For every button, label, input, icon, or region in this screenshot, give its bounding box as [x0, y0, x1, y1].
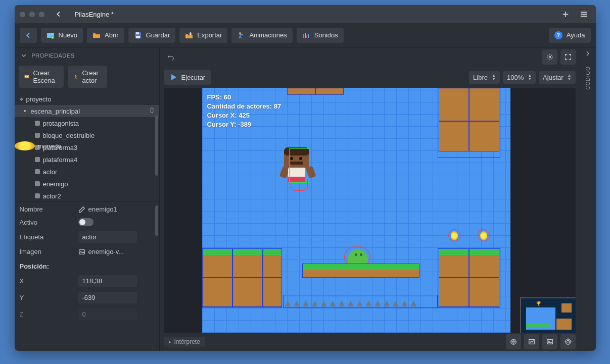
- main-toolbar: Nuevo Abrir Guardar Exportar Animaciones…: [15, 23, 596, 47]
- tag-input[interactable]: [78, 231, 137, 243]
- tree-item[interactable]: plataforma4: [15, 153, 159, 166]
- help-button[interactable]: ? Ayuda: [549, 28, 591, 43]
- tree-item[interactable]: actor: [15, 166, 159, 178]
- delete-icon[interactable]: [149, 107, 155, 115]
- run-button[interactable]: Ejecutar: [164, 70, 211, 85]
- svg-point-21: [567, 340, 569, 343]
- tree-scene[interactable]: ▾ escena_principal: [15, 105, 159, 117]
- tree-item[interactable]: moneda: [15, 141, 35, 150]
- tree-item[interactable]: plataforma3: [15, 141, 159, 153]
- svg-rect-4: [136, 36, 140, 38]
- scrollbar[interactable]: [155, 205, 158, 347]
- canvas-column: Ejecutar Libre ▲▼ 100% ▲▼ Ajustar ▲▼: [160, 47, 580, 351]
- globe-icon[interactable]: [506, 334, 521, 349]
- undo-button[interactable]: [164, 54, 178, 61]
- svg-rect-3: [136, 32, 139, 34]
- interpreter-button[interactable]: ▸ Intérprete: [164, 337, 205, 347]
- scene-tree: ◆ proyecto ▾ escena_principal protagonis…: [15, 90, 159, 201]
- svg-point-13: [75, 75, 76, 76]
- animations-button[interactable]: Animaciones: [231, 28, 292, 43]
- svg-rect-9: [308, 34, 309, 38]
- z-input[interactable]: [78, 308, 137, 320]
- svg-rect-18: [547, 340, 552, 344]
- tree-item[interactable]: actor2: [15, 190, 159, 201]
- sidebar-heading[interactable]: PROPIEDADES: [15, 47, 159, 64]
- new-button[interactable]: Nuevo: [41, 28, 83, 43]
- debug-overlay: FPS: 60 Cantidad de actores: 87 Cursor X…: [207, 93, 281, 129]
- game-viewport[interactable]: ▲▲▲▲▲▲▲▲▲▲▲▲▲▲▲ FPS: 60 Cantidad de acto…: [164, 88, 576, 333]
- svg-point-15: [549, 56, 551, 58]
- fit-select[interactable]: Ajustar ▲▼: [539, 71, 575, 84]
- scrollbar[interactable]: [155, 90, 158, 201]
- tree-item[interactable]: bloque_destruible: [15, 129, 159, 141]
- properties-panel: Nombre enemigo1 Activo Etiqueta Imagen: [15, 201, 159, 351]
- open-button[interactable]: Abrir: [87, 28, 124, 43]
- open-label: Abrir: [105, 31, 118, 39]
- tree-item[interactable]: protagonista: [15, 117, 159, 129]
- export-label: Exportar: [197, 31, 222, 39]
- titlebar-plus-button[interactable]: [558, 8, 573, 20]
- svg-point-11: [25, 76, 26, 77]
- back-button[interactable]: [20, 28, 37, 43]
- y-input[interactable]: [78, 292, 137, 303]
- bottom-bar: ▸ Intérprete: [160, 333, 580, 351]
- name-field[interactable]: enemigo1: [78, 205, 117, 213]
- code-tab[interactable]: CÓDIGO: [585, 66, 591, 90]
- help-label: Ayuda: [567, 31, 585, 39]
- new-label: Nuevo: [59, 31, 78, 39]
- traffic-max[interactable]: [39, 12, 44, 17]
- image-field[interactable]: enemigo-v...: [78, 248, 124, 255]
- help-icon: ?: [554, 31, 562, 39]
- export-button[interactable]: Exportar: [179, 28, 227, 43]
- traffic-close[interactable]: [20, 12, 25, 17]
- expand-code-button[interactable]: [585, 50, 591, 58]
- right-rail: CÓDIGO: [580, 47, 596, 351]
- save-label: Guardar: [146, 31, 170, 39]
- tree-root[interactable]: ◆ proyecto: [15, 93, 159, 105]
- animations-label: Animaciones: [249, 31, 287, 39]
- zoom-select[interactable]: 100% ▲▼: [503, 71, 536, 84]
- settings-button[interactable]: [542, 49, 557, 65]
- svg-point-12: [26, 76, 27, 77]
- save-button[interactable]: Guardar: [128, 28, 176, 43]
- svg-rect-8: [306, 35, 307, 38]
- create-actor-button[interactable]: Crear actor: [68, 66, 108, 88]
- app-window: PilasEngine * Nuevo Abrir Guardar Export…: [15, 5, 596, 351]
- image-icon[interactable]: [542, 334, 557, 349]
- sidebar: PROPIEDADES Crear Escena Crear actor ◆ p…: [15, 47, 160, 351]
- sounds-button[interactable]: Sonidos: [297, 28, 344, 43]
- active-toggle[interactable]: [78, 218, 93, 226]
- title-bar: PilasEngine *: [15, 5, 596, 23]
- svg-rect-7: [305, 33, 306, 38]
- tree-item[interactable]: enemigo: [15, 178, 159, 190]
- svg-point-5: [239, 32, 241, 34]
- chart-icon[interactable]: [524, 334, 539, 349]
- titlebar-menu-button[interactable]: [577, 8, 591, 20]
- create-scene-button[interactable]: Crear Escena: [19, 66, 64, 88]
- sounds-label: Sonidos: [314, 31, 338, 39]
- traffic-min[interactable]: [29, 12, 35, 17]
- svg-rect-6: [303, 34, 304, 38]
- minimap[interactable]: 🏆: [520, 297, 576, 333]
- fullscreen-button[interactable]: [560, 49, 576, 65]
- svg-point-20: [565, 339, 571, 345]
- x-input[interactable]: [78, 275, 137, 287]
- mode-select[interactable]: Libre ▲▼: [469, 71, 500, 84]
- titlebar-back-button[interactable]: [52, 8, 66, 20]
- target-icon[interactable]: [560, 334, 576, 349]
- window-title: PilasEngine *: [75, 11, 114, 18]
